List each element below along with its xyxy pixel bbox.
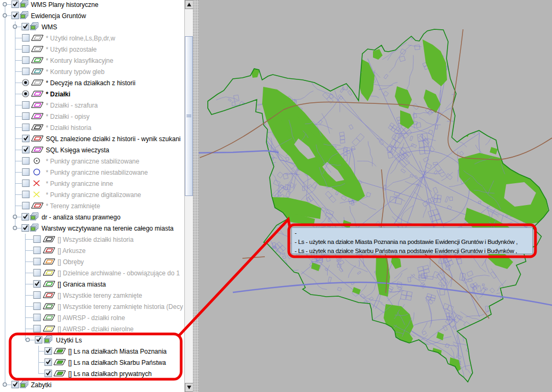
tree-item[interactable]: [] Wszystkie tereny zamknięte historia (… bbox=[34, 303, 183, 311]
tree-item[interactable]: [] Ls na działkach Miasta Poznania bbox=[45, 348, 167, 355]
tree-item[interactable]: * Użytki rolne,Ls,Bp,dr,w bbox=[22, 35, 115, 42]
layer-checkbox[interactable] bbox=[22, 46, 29, 53]
tree-item-label: * Punkty graniczne digitalizowane bbox=[46, 191, 141, 199]
layer-symbol-icon bbox=[31, 69, 43, 74]
tree-item[interactable]: [] Dzielnice archiwalne - obowiązujące d… bbox=[34, 270, 180, 277]
tree-item[interactable]: Warstwy wczytywane na terenie całego mia… bbox=[13, 224, 174, 232]
tree-item[interactable]: * Decyzje na działkach z historii bbox=[22, 79, 135, 87]
tree-item-label: [] AWRSP - działki rolne bbox=[58, 314, 125, 322]
layer-checkbox[interactable] bbox=[22, 68, 29, 75]
tree-item-label: * Decyzje na działkach z historii bbox=[46, 79, 135, 87]
tree-item[interactable]: [] AWRSP - działki rolne bbox=[34, 314, 125, 322]
tree-item-label: [] Ls na działkach Skarbu Państwa bbox=[68, 359, 166, 366]
tree-item-label: [] Dzielnice archiwalne - obowiązujące d… bbox=[58, 270, 180, 277]
layer-checkbox[interactable] bbox=[22, 180, 29, 187]
parcel-lines bbox=[216, 17, 552, 388]
boundary-point-icon bbox=[34, 169, 39, 175]
radio-dot-icon bbox=[24, 92, 27, 95]
tree-expand-knob[interactable] bbox=[3, 383, 7, 387]
tree-item[interactable]: Ewidencja Gruntów bbox=[3, 12, 86, 20]
tree-item[interactable]: * Działki bbox=[22, 91, 70, 98]
tree-expand-knob[interactable] bbox=[3, 3, 7, 6]
tree-item-label: [] Ls na działkach Miasta Poznania bbox=[68, 348, 167, 355]
tree-item[interactable]: [] Arkusze bbox=[34, 247, 86, 255]
layer-symbol-icon bbox=[43, 304, 55, 309]
tree-item[interactable]: dr - analiza stanu prawnego bbox=[13, 213, 121, 221]
layer-checkbox[interactable] bbox=[34, 258, 40, 265]
layer-symbol-icon bbox=[31, 80, 43, 85]
tree-expand-knob[interactable] bbox=[13, 215, 17, 219]
tree-expand-knob[interactable] bbox=[13, 226, 17, 230]
map-background[interactable] bbox=[199, 0, 552, 392]
tree-item[interactable]: * Punkty graniczne niestabilizowane bbox=[22, 169, 148, 176]
layer-group-icon bbox=[20, 1, 28, 8]
tree-item[interactable]: * Kontury typów gleb bbox=[22, 68, 104, 76]
layer-checkbox[interactable] bbox=[34, 303, 40, 310]
layer-group-icon bbox=[20, 381, 28, 388]
tree-item[interactable]: [] Wszystkie działki historia bbox=[34, 236, 134, 243]
layer-symbol-icon bbox=[31, 91, 43, 96]
tree-item-label: * Punkty graniczne inne bbox=[46, 180, 113, 187]
tree-item[interactable]: SQL znalezione działki z historii - wyni… bbox=[22, 135, 181, 143]
tree-expand-knob[interactable] bbox=[26, 338, 30, 342]
tree-item[interactable]: * Punkty graniczne stabilizowane bbox=[22, 158, 140, 165]
tree-item[interactable]: [] Ls na działkach Skarbu Państwa bbox=[45, 359, 166, 366]
tree-item-label: SQL znalezione działki z historii - wyni… bbox=[46, 135, 181, 143]
layer-symbol-icon bbox=[54, 371, 66, 376]
layer-checkbox[interactable] bbox=[22, 191, 29, 198]
tree-expand-knob[interactable] bbox=[3, 14, 7, 18]
tree-item[interactable]: SQL Księga wieczysta bbox=[22, 146, 109, 154]
layer-checkbox[interactable] bbox=[34, 325, 40, 332]
layer-symbol-icon bbox=[31, 35, 43, 40]
layer-checkbox[interactable] bbox=[34, 292, 40, 299]
tree-item[interactable]: * Tereny zamknięte bbox=[22, 202, 100, 210]
layer-symbol-icon bbox=[54, 348, 66, 354]
tree-item-label: WMS bbox=[42, 23, 57, 31]
radio-dot-icon bbox=[24, 81, 27, 84]
layer-checkbox[interactable] bbox=[34, 236, 40, 243]
tree-item-label: * Tereny zamknięte bbox=[46, 202, 100, 210]
tree-item-label: * Działki - szrafura bbox=[46, 102, 98, 109]
layer-checkbox[interactable] bbox=[22, 202, 29, 209]
tree-item-label: [] Ls na działkach prywatnych bbox=[68, 370, 152, 378]
layer-symbol-icon bbox=[43, 248, 55, 253]
scrollbar-thumb[interactable] bbox=[185, 36, 193, 196]
tree-item[interactable]: * Działki historia bbox=[22, 124, 92, 132]
layer-checkbox[interactable] bbox=[22, 35, 29, 42]
layer-checkbox[interactable] bbox=[22, 57, 29, 64]
layer-checkbox[interactable] bbox=[34, 314, 40, 321]
scroll-down-button[interactable] bbox=[185, 383, 193, 392]
tree-item[interactable]: * Punkty graniczne inne bbox=[22, 180, 113, 187]
map-annotation-box: - - Ls - użytek na działce Miasta Poznan… bbox=[291, 227, 533, 254]
tree-item[interactable]: [] AWRSP - działki nierolne bbox=[34, 325, 134, 333]
layer-checkbox[interactable] bbox=[22, 124, 29, 131]
tree-item[interactable]: * Kontury klasyfikacyjne bbox=[22, 57, 113, 64]
tree-item[interactable]: * Działki - szrafura bbox=[22, 102, 98, 109]
layer-symbol-icon bbox=[43, 259, 55, 264]
layer-symbol-icon bbox=[31, 136, 43, 141]
tree-item-label: * Użytki pozostałe bbox=[46, 46, 97, 53]
boundary-point-icon bbox=[34, 158, 39, 164]
scroll-up-button[interactable] bbox=[185, 0, 193, 9]
layer-symbol-icon bbox=[54, 360, 66, 365]
layer-checkbox[interactable] bbox=[22, 169, 29, 176]
layer-group-icon bbox=[30, 213, 38, 220]
tree-item[interactable]: [] Obręby bbox=[34, 258, 84, 266]
tree-scrollbar[interactable] bbox=[184, 0, 193, 392]
tree-item[interactable]: [] Ls na działkach prywatnych bbox=[45, 370, 152, 378]
layer-checkbox[interactable] bbox=[34, 247, 40, 254]
tree-expand-knob[interactable] bbox=[13, 25, 17, 29]
tree-item[interactable]: * Punkty graniczne digitalizowane bbox=[22, 191, 141, 199]
layer-checkbox[interactable] bbox=[22, 102, 29, 109]
tree-item[interactable]: * Użytki pozostałe bbox=[22, 46, 97, 53]
tree-item[interactable]: * Działki - opisy bbox=[22, 113, 90, 120]
panel-splitter[interactable] bbox=[193, 0, 199, 392]
layer-symbol-icon bbox=[31, 203, 43, 208]
layer-checkbox[interactable] bbox=[22, 113, 29, 120]
tree-item[interactable]: [] Granica miasta bbox=[34, 281, 106, 288]
layer-checkbox[interactable] bbox=[34, 270, 40, 276]
layer-symbol-icon bbox=[43, 281, 55, 287]
tree-item[interactable]: WMS Plany historyczne bbox=[3, 1, 99, 9]
tree-item[interactable]: [] Wszystkie tereny zamknięte bbox=[34, 292, 142, 299]
layer-checkbox[interactable] bbox=[22, 158, 29, 165]
